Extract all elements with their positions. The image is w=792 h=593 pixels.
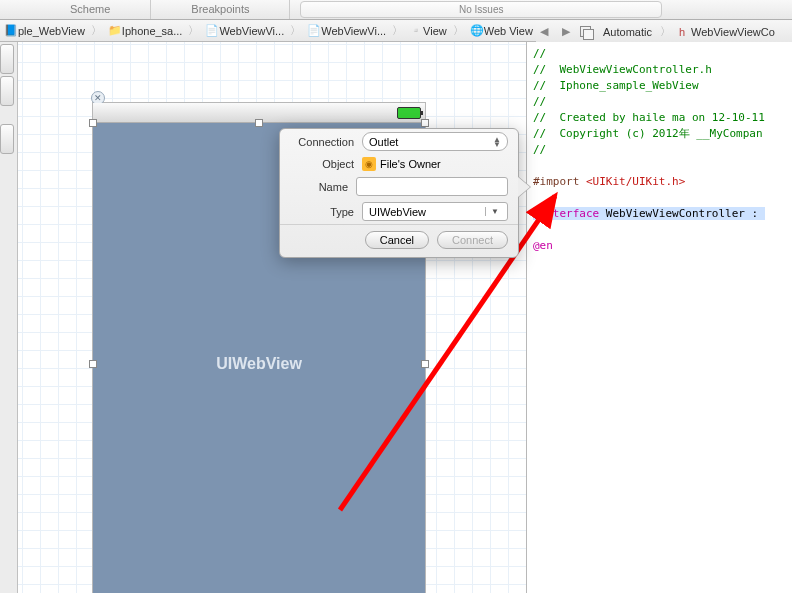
interface-builder-canvas[interactable]: ✕ UIWebView bbox=[18, 42, 527, 593]
path-label: WebViewVi... bbox=[219, 25, 284, 37]
selection-handle[interactable] bbox=[421, 119, 429, 127]
code-comment: // Iphone_sample_WebView bbox=[533, 79, 699, 92]
assistant-file[interactable]: WebViewViewCo bbox=[691, 26, 775, 38]
path-bar: 📘 ple_WebView 〉 📁 Iphone_sa... 〉 📄 WebVi… bbox=[0, 20, 792, 42]
path-label: WebViewVi... bbox=[321, 25, 386, 37]
tab-breakpoints[interactable]: Breakpoints bbox=[151, 0, 290, 19]
code-directive: #import bbox=[533, 175, 586, 188]
issues-status: No Issues bbox=[300, 1, 662, 18]
connect-button[interactable]: Connect bbox=[437, 231, 508, 249]
top-tabs: Scheme Breakpoints No Issues bbox=[0, 0, 792, 20]
sidebar-stub[interactable] bbox=[0, 76, 14, 106]
name-input[interactable] bbox=[356, 177, 508, 196]
selection-handle[interactable] bbox=[89, 360, 97, 368]
chevron-right-icon: 〉 bbox=[288, 23, 303, 38]
cancel-button[interactable]: Cancel bbox=[365, 231, 429, 249]
rectangles-icon[interactable] bbox=[580, 26, 591, 37]
type-value: UIWebView bbox=[369, 206, 426, 218]
path-item[interactable]: 📄 WebViewVi... bbox=[303, 24, 390, 37]
folder-icon: 📁 bbox=[108, 24, 122, 37]
label-name: Name bbox=[290, 181, 348, 193]
chevron-right-icon: 〉 bbox=[390, 23, 405, 38]
tab-scheme[interactable]: Scheme bbox=[0, 0, 151, 19]
code-comment: // WebViewViewController.h bbox=[533, 63, 712, 76]
path-item[interactable]: 🌐 Web View bbox=[466, 24, 537, 37]
code-text: WebViewViewController : bbox=[599, 207, 765, 220]
code-comment: // bbox=[533, 95, 546, 108]
path-label: Web View bbox=[484, 25, 533, 37]
path-item[interactable]: ▫️ View bbox=[405, 24, 451, 37]
view-icon: ▫️ bbox=[409, 24, 423, 37]
connection-value: Outlet bbox=[369, 136, 398, 148]
project-icon: 📘 bbox=[4, 24, 18, 37]
path-item[interactable]: 📘 ple_WebView bbox=[0, 24, 89, 37]
files-owner-icon: ◉ bbox=[362, 157, 376, 171]
object-value: File's Owner bbox=[380, 158, 441, 170]
connection-popover: Connection Outlet ▲▼ Object ◉ File's Own… bbox=[279, 128, 519, 258]
path-label: View bbox=[423, 25, 447, 37]
code-comment: // Created by haile ma on 12-10-11 bbox=[533, 111, 765, 124]
label-object: Object bbox=[290, 158, 354, 170]
assistant-mode[interactable]: Automatic bbox=[603, 26, 652, 38]
selection-handle[interactable] bbox=[421, 360, 429, 368]
code-string: <UIKit/UIKit.h> bbox=[586, 175, 685, 188]
path-item[interactable]: 📁 Iphone_sa... bbox=[104, 24, 187, 37]
path-label: Iphone_sa... bbox=[122, 25, 183, 37]
chevron-right-icon: 〉 bbox=[658, 24, 673, 39]
updown-icon: ▲▼ bbox=[493, 137, 501, 147]
chevron-right-icon: 〉 bbox=[89, 23, 104, 38]
battery-icon bbox=[397, 107, 421, 119]
code-comment: // bbox=[533, 47, 546, 60]
main-area: ✕ UIWebView // // WebViewViewController.… bbox=[0, 42, 792, 593]
dropdown-icon[interactable]: ▼ bbox=[485, 207, 501, 216]
selection-handle[interactable] bbox=[89, 119, 97, 127]
code-comment: // Copyright (c) 2012年 __MyCompan bbox=[533, 127, 763, 140]
label-connection: Connection bbox=[290, 136, 354, 148]
type-combo[interactable]: UIWebView ▼ bbox=[362, 202, 508, 221]
header-icon: h bbox=[679, 26, 685, 38]
chevron-right-icon: 〉 bbox=[186, 23, 201, 38]
code-keyword: @en bbox=[533, 239, 553, 252]
selection-handle[interactable] bbox=[255, 119, 263, 127]
chevron-right-icon: 〉 bbox=[451, 23, 466, 38]
path-label: ple_WebView bbox=[18, 25, 85, 37]
code-keyword: @interface bbox=[533, 207, 599, 220]
uiwebview-label: UIWebView bbox=[216, 355, 302, 373]
sidebar-stub[interactable] bbox=[0, 124, 14, 154]
code-comment: // bbox=[533, 143, 546, 156]
code-editor[interactable]: // // WebViewViewController.h // Iphone_… bbox=[527, 42, 792, 593]
sidebar-stub[interactable] bbox=[0, 44, 14, 74]
back-icon[interactable]: ◀ bbox=[536, 25, 552, 39]
path-item[interactable]: 📄 WebViewVi... bbox=[201, 24, 288, 37]
connection-select[interactable]: Outlet ▲▼ bbox=[362, 132, 508, 151]
xib-icon: 📄 bbox=[307, 24, 321, 37]
webview-icon: 🌐 bbox=[470, 24, 484, 37]
xib-icon: 📄 bbox=[205, 24, 219, 37]
left-sidebar bbox=[0, 42, 18, 593]
forward-icon[interactable]: ▶ bbox=[558, 25, 574, 39]
label-type: Type bbox=[290, 206, 354, 218]
